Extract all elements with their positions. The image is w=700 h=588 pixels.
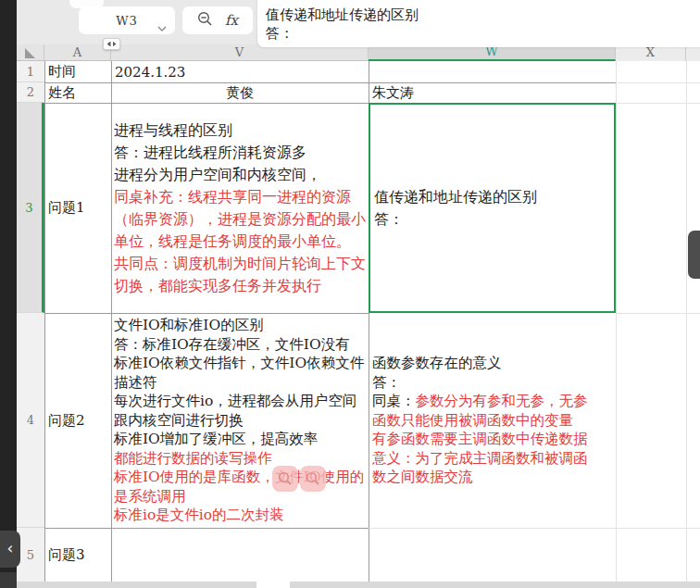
search-highlight-overlay (272, 466, 326, 492)
cell-w4-text: 函数参数存在的意义 答： 同桌：参数分为有参和无参，无参 函数只能使用被调函数中… (372, 354, 588, 487)
cell-a1-text: 时间 (48, 63, 76, 81)
cell-v2-text: 黄俊 (226, 84, 254, 102)
cell-reference: W3 (116, 14, 138, 28)
cell-a3-text: 问题1 (48, 199, 85, 217)
spreadsheet-app: ‹ W3 fx 值传递和地址传递的区别 答： (0, 0, 700, 588)
cell-a4[interactable]: 问题2 (44, 313, 111, 528)
cell-v1[interactable]: 2024.1.23 (111, 61, 369, 82)
cell-v3-red-text: 同桌补充：线程共享同一进程的资源 （临界资源），进程是资源分配的最小 单位，线程… (114, 188, 366, 294)
cell-v4[interactable]: 文件IO和标准IO的区别 答：标准IO存在缓冲区，文件IO没有 标准IO依赖文件… (111, 313, 369, 528)
gridline (686, 61, 687, 582)
triangle-right-icon (113, 42, 117, 47)
cell-v4-black-text: 文件IO和标准IO的区别 答：标准IO存在缓冲区，文件IO没有 标准IO依赖文件… (114, 317, 364, 447)
insert-function-icon[interactable]: fx (225, 12, 238, 29)
gridline (369, 528, 700, 529)
left-edge-panel-footer (0, 572, 17, 588)
collapse-sidebar-handle[interactable]: ‹ (0, 531, 20, 568)
formula-buttons: fx (182, 6, 253, 34)
cell-v3-text: 进程与线程的区别 答：进程比线程所消耗资源多 进程分为用户空间和内核空间， 同桌… (114, 119, 366, 297)
hidden-columns-indicator[interactable] (103, 38, 120, 50)
vertical-scroll-handle[interactable] (688, 231, 700, 279)
cell-a2[interactable]: 姓名 (44, 82, 111, 103)
row-header-5[interactable]: 5 (17, 528, 44, 582)
select-all-triangle-icon (25, 48, 35, 58)
cell-a1[interactable]: 时间 (44, 61, 111, 82)
zoom-out-magnifier-icon[interactable] (197, 11, 213, 31)
cell-a3[interactable]: 问题1 (44, 103, 111, 313)
active-cell-selection-border[interactable] (369, 103, 616, 313)
gridline (616, 61, 617, 582)
cell-v4-text: 文件IO和标准IO的区别 答：标准IO存在缓冲区，文件IO没有 标准IO依赖文件… (114, 316, 364, 525)
scrollbar-notch (256, 582, 290, 588)
cell-w2-text: 朱文涛 (372, 84, 414, 102)
select-all-button[interactable] (17, 44, 44, 61)
cell-v2[interactable]: 黄俊 (111, 82, 369, 103)
chevron-down-icon[interactable] (157, 18, 167, 35)
row-header-1[interactable]: 1 (17, 61, 44, 82)
cell-v3-black-text: 进程与线程的区别 答：进程比线程所消耗资源多 进程分为用户空间和内核空间， (114, 121, 321, 183)
triangle-left-icon (107, 42, 111, 47)
row-header-column: 1 2 3 4 5 (17, 61, 44, 582)
name-box[interactable]: W3 (79, 6, 175, 34)
chevron-left-icon: ‹ (7, 539, 14, 557)
row-header-4[interactable]: 4 (17, 313, 44, 528)
cell-v4-red-text: 都能进行数据的读写操作 标准IO使用的是库函数，文件IO使用的 是系统调用 标准… (114, 450, 364, 524)
gridline (616, 103, 700, 104)
cell-v3[interactable]: 进程与线程的区别 答：进程比线程所消耗资源多 进程分为用户空间和内核空间， 同桌… (111, 103, 369, 313)
cell-a2-text: 姓名 (48, 84, 76, 102)
cell-v1-text: 2024.1.23 (115, 64, 185, 81)
row-header-2[interactable]: 2 (17, 82, 44, 103)
left-edge-panel (0, 0, 17, 588)
cell-w4[interactable]: 函数参数存在的意义 答： 同桌：参数分为有参和无参，无参 函数只能使用被调函数中… (369, 313, 616, 528)
cell-a5-text: 问题3 (48, 546, 85, 564)
cell-a4-text: 问题2 (48, 412, 85, 430)
sheet-grid: 1 2 3 4 5 时间 2024.1.23 姓名 黄俊 (17, 61, 700, 582)
gridline (616, 313, 700, 314)
magnifier-button[interactable] (300, 466, 326, 492)
formula-content: 值传递和地址传递的区别 答： (266, 6, 700, 43)
gridline (616, 82, 700, 83)
row-header-3-selected[interactable]: 3 (17, 103, 44, 313)
horizontal-scrollbar[interactable] (17, 582, 700, 588)
formula-input[interactable]: 值传递和地址传递的区别 答： (256, 0, 700, 47)
magnifier-button[interactable] (272, 466, 298, 492)
cell-w2[interactable]: 朱文涛 (369, 82, 616, 103)
cell-a5[interactable]: 问题3 (44, 528, 111, 582)
column-header-a[interactable]: A (44, 44, 111, 61)
